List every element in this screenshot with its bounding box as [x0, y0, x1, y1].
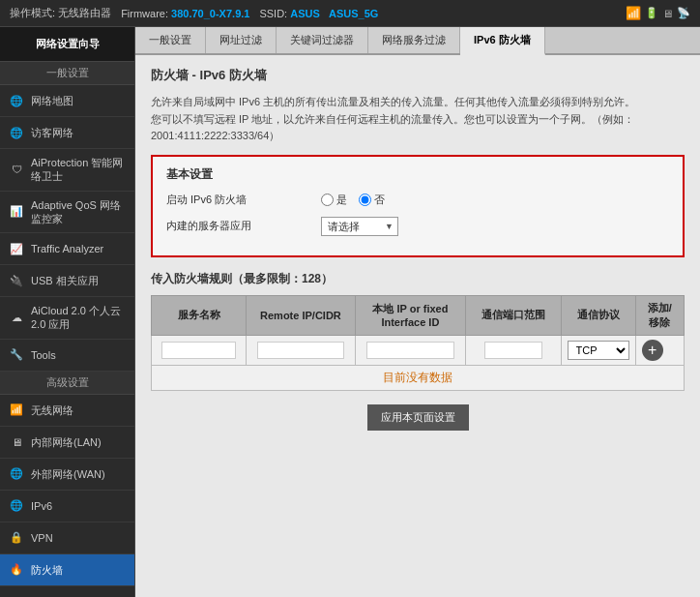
sidebar-item-aiprotection[interactable]: 🛡 AiProtection 智能网络卫士 — [0, 149, 134, 192]
sidebar-item-label: VPN — [31, 531, 53, 545]
battery-icon: 🔋 — [645, 7, 658, 19]
ipv6-enable-label: 启动 IPv6 防火墙 — [166, 193, 321, 207]
col-local-ip: 本地 IP or fixed Interface ID — [355, 295, 466, 335]
sidebar-item-label: Tools — [31, 348, 56, 362]
sidebar-item-label: USB 相关应用 — [31, 274, 99, 287]
sidebar-item-guest-network[interactable]: 🌐 访客网络 — [0, 117, 134, 149]
tab-url-filter[interactable]: 网址过滤 — [206, 27, 277, 53]
add-rule-button[interactable]: + — [642, 340, 663, 361]
radio-no[interactable] — [359, 194, 371, 206]
page-desc1: 允许来自局域网中 IPv6 主机的所有传出流量及相关的传入流量。任何其他传入流量… — [151, 94, 685, 145]
sidebar-item-network-map[interactable]: 🌐 网络地图 — [0, 85, 134, 117]
radio-no-label[interactable]: 否 — [359, 193, 385, 207]
lan-icon: 🖥 — [8, 433, 25, 451]
input-port-range[interactable] — [484, 342, 542, 359]
sidebar-item-label: 访客网络 — [31, 126, 73, 139]
sidebar-item-vpn[interactable]: 🔒 VPN — [0, 522, 134, 554]
server-app-controls: 请选择 HTTP HTTPS FTP SSH — [321, 217, 398, 236]
radio-yes[interactable] — [321, 194, 334, 206]
sidebar-section2: 高级设置 — [0, 372, 134, 395]
sidebar-item-label: 网络地图 — [31, 94, 73, 107]
input-local-ip[interactable] — [366, 342, 455, 359]
wifi-icon: 📶 — [626, 6, 641, 20]
sidebar-item-label: 无线网络 — [31, 403, 73, 417]
server-app-row: 内建的服务器应用 请选择 HTTP HTTPS FTP SSH — [166, 217, 669, 236]
no-data-row: 目前没有数据 — [152, 365, 685, 390]
top-bar: 操作模式: 无线路由器 Firmware: 380.70_0-X7.9.1 SS… — [0, 0, 700, 27]
aiprotection-icon: 🛡 — [8, 161, 25, 178]
col-remote-ip: Remote IP/CIDR — [247, 295, 355, 335]
network-map-icon: 🌐 — [8, 92, 25, 109]
signal-icon: 📡 — [677, 7, 690, 19]
vpn-icon: 🔒 — [8, 529, 25, 547]
sidebar-item-ipv6[interactable]: 🌐 IPv6 — [0, 491, 134, 522]
sidebar-item-aicloud[interactable]: ☁ AiCloud 2.0 个人云 2.0 应用 — [0, 297, 134, 340]
server-app-label: 内建的服务器应用 — [166, 219, 321, 233]
sidebar-item-label: Adaptive QoS 网络监控家 — [31, 198, 127, 226]
cell-service-name — [152, 335, 247, 365]
col-add-remove: 添加/移除 — [635, 295, 684, 335]
ipv6-enable-row: 启动 IPv6 防火墙 是 否 — [166, 193, 669, 207]
sidebar-item-label: IPv6 — [31, 499, 52, 513]
basic-settings-box: 基本设置 启动 IPv6 防火墙 是 否 — [151, 155, 685, 257]
apply-button[interactable]: 应用本页面设置 — [367, 404, 469, 431]
ssid-info: SSID: ASUS ASUS_5G — [259, 8, 378, 19]
basic-settings-title: 基本设置 — [166, 166, 669, 183]
sidebar-item-usb-apps[interactable]: 🔌 USB 相关应用 — [0, 265, 134, 297]
wireless-icon: 📶 — [8, 402, 25, 419]
firewall-icon: 🔥 — [8, 561, 25, 579]
radio-yes-label[interactable]: 是 — [321, 193, 347, 207]
server-select-wrapper: 请选择 HTTP HTTPS FTP SSH — [321, 217, 398, 236]
sidebar-item-adaptive-qos[interactable]: 📊 Adaptive QoS 网络监控家 — [0, 192, 134, 234]
sidebar-item-traffic-analyzer[interactable]: 📈 Traffic Analyzer — [0, 233, 134, 265]
cell-remote-ip — [247, 335, 355, 365]
col-service-name: 服务名称 — [152, 295, 247, 335]
sidebar: 网络设置向导 一般设置 🌐 网络地图 🌐 访客网络 🛡 AiProtection… — [0, 27, 135, 597]
tab-bar: 一般设置 网址过滤 关键词过滤器 网络服务过滤 IPv6 防火墙 — [135, 27, 700, 55]
col-protocol: 通信协议 — [561, 295, 635, 335]
input-service-name[interactable] — [161, 342, 236, 359]
traffic-analyzer-icon: 📈 — [8, 240, 25, 257]
ipv6-icon: 🌐 — [8, 497, 25, 515]
firmware-info: Firmware: 380.70_0-X7.9.1 — [121, 8, 249, 19]
sidebar-item-wireless[interactable]: 📶 无线网络 — [0, 395, 134, 427]
wan-icon: 🌐 — [8, 465, 25, 483]
status-icons: 📶 🔋 🖥 📡 — [626, 6, 690, 20]
aicloud-icon: ☁ — [8, 309, 25, 326]
protocol-select[interactable]: TCP UDP Both — [568, 341, 629, 360]
usb-apps-icon: 🔌 — [8, 272, 25, 289]
server-app-select[interactable]: 请选择 HTTP HTTPS FTP SSH — [321, 217, 398, 236]
sidebar-item-lan[interactable]: 🖥 内部网络(LAN) — [0, 427, 134, 459]
col-port-range: 通信端口范围 — [466, 295, 561, 335]
sidebar-item-label: AiProtection 智能网络卫士 — [31, 156, 127, 184]
sidebar-item-label: Traffic Analyzer — [31, 242, 103, 255]
cell-protocol: TCP UDP Both — [561, 335, 635, 365]
sidebar-item-tools[interactable]: 🔧 Tools — [0, 340, 134, 372]
tools-icon: 🔧 — [8, 346, 25, 364]
sidebar-item-label: 外部网络(WAN) — [31, 467, 105, 481]
guest-network-icon: 🌐 — [8, 124, 25, 141]
firewall-table: 服务名称 Remote IP/CIDR 本地 IP or fixed Inter… — [151, 295, 685, 391]
main-layout: 网络设置向导 一般设置 🌐 网络地图 🌐 访客网络 🛡 AiProtection… — [0, 27, 700, 597]
main-content: 一般设置 网址过滤 关键词过滤器 网络服务过滤 IPv6 防火墙 防火墙 - I… — [135, 27, 700, 597]
tab-keyword-filter[interactable]: 关键词过滤器 — [277, 27, 368, 53]
sidebar-item-label: AiCloud 2.0 个人云 2.0 应用 — [31, 304, 127, 332]
monitor-icon: 🖥 — [662, 8, 673, 19]
table-input-row: TCP UDP Both + — [152, 335, 685, 365]
no-data-cell: 目前没有数据 — [152, 365, 685, 390]
tab-general[interactable]: 一般设置 — [135, 27, 206, 53]
table-header-row: 服务名称 Remote IP/CIDR 本地 IP or fixed Inter… — [152, 295, 685, 335]
cell-add-remove: + — [635, 335, 684, 365]
page-content: 防火墙 - IPv6 防火墙 允许来自局域网中 IPv6 主机的所有传出流量及相… — [135, 55, 700, 442]
adaptive-qos-icon: 📊 — [8, 203, 25, 221]
sidebar-item-wan[interactable]: 🌐 外部网络(WAN) — [0, 459, 134, 491]
sidebar-logo: 网络设置向导 — [0, 27, 134, 62]
ipv6-enable-controls: 是 否 — [321, 193, 385, 207]
mode-label: 操作模式: 无线路由器 — [10, 6, 111, 20]
tab-network-service[interactable]: 网络服务过滤 — [368, 27, 460, 53]
sidebar-item-label: 防火墙 — [31, 563, 63, 577]
sidebar-item-label: 内部网络(LAN) — [31, 435, 102, 449]
sidebar-item-firewall[interactable]: 🔥 防火墙 — [0, 554, 134, 586]
input-remote-ip[interactable] — [257, 342, 343, 359]
tab-ipv6-firewall[interactable]: IPv6 防火墙 — [460, 27, 545, 55]
